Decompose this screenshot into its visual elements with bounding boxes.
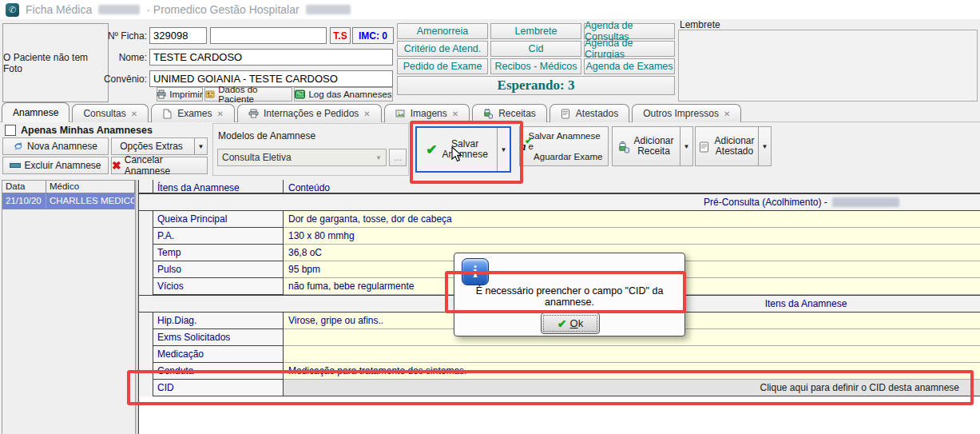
- nova-anamnese-button[interactable]: Nova Anamnese: [2, 137, 109, 155]
- chevron-down-icon[interactable]: ▼: [680, 127, 692, 165]
- modelos-label: Modelos de Anamnese: [218, 130, 315, 141]
- ficha-secondary-input[interactable]: [210, 27, 327, 44]
- excluir-anamnese-button[interactable]: Excluir Anamnese: [2, 157, 109, 174]
- check-icon: ✔: [557, 317, 567, 330]
- window-subtitle: · Promedico Gestão Hospitalar: [146, 3, 299, 16]
- close-icon[interactable]: ✕: [724, 109, 730, 118]
- lembrete-box[interactable]: [678, 30, 978, 102]
- patient-data-button[interactable]: Dados do Paciente: [204, 87, 292, 102]
- window-title: Ficha Médica: [26, 3, 92, 16]
- imc-button[interactable]: IMC: 0: [352, 27, 394, 44]
- anamnese-history-grid: Data Médico 21/10/20 CHARLLES MEDICO: [2, 180, 136, 434]
- quick-button-agenda-consultas[interactable]: Agenda de Consultas: [584, 23, 675, 39]
- flask-icon: [483, 109, 494, 119]
- close-icon[interactable]: ✕: [363, 109, 370, 118]
- column-header-data[interactable]: Data: [2, 181, 46, 193]
- indicator-column-header: [139, 180, 153, 193]
- info-icon: i: [462, 258, 489, 285]
- column-header-medico[interactable]: Médico: [46, 181, 135, 193]
- quick-button-agenda-exames[interactable]: Agenda de Exames: [584, 58, 675, 74]
- dialog-message: É necessário preencher o campo "CID" da …: [454, 285, 684, 308]
- printer-icon: [157, 90, 166, 100]
- lembrete-label: Lembrete: [680, 19, 720, 30]
- check-icon: ✔: [426, 141, 437, 158]
- a-check-icon: a✔: [520, 140, 526, 153]
- adicionar-receita-button[interactable]: AdicionarReceita ▼: [612, 126, 693, 166]
- tab-imagens[interactable]: Imagens✕: [384, 104, 470, 122]
- remove-icon: [10, 163, 21, 168]
- quick-button-recibos-medicos[interactable]: Recibos - Médicos: [490, 58, 581, 74]
- ficha-label: Nº Ficha:: [96, 30, 147, 42]
- quick-button-amenorreia[interactable]: Amenorreia: [397, 23, 488, 39]
- quick-button-agenda-cirurgias[interactable]: Agenda de Cirurgias: [584, 41, 675, 57]
- cid-define-link[interactable]: Clique aqui para definir o CID desta ana…: [284, 380, 980, 396]
- ts-button[interactable]: T.S: [330, 27, 351, 44]
- patient-card-icon: [205, 90, 215, 100]
- quick-button-lembrete[interactable]: Lembrete: [490, 23, 581, 39]
- apenas-minhas-checkbox[interactable]: [5, 125, 16, 136]
- document-icon: [699, 141, 709, 152]
- close-icon[interactable]: ✕: [131, 109, 137, 118]
- anamnese-row-cid[interactable]: CIDClique aqui para definir o CID desta …: [139, 380, 980, 396]
- column-header-itens: Ítens da Anamnese: [153, 180, 284, 193]
- tab-consultas[interactable]: Consultas✕: [72, 104, 149, 122]
- apenas-minhas-label: Apenas Minhas Anamneses: [21, 125, 153, 136]
- nome-label: Nome:: [96, 52, 147, 63]
- redacted-professional: [832, 197, 899, 207]
- section-row-pre-consulta: Pré-Consulta (Acolhimento) -: [139, 193, 980, 211]
- tab-exames[interactable]: Exames✕: [151, 104, 235, 122]
- history-row-selected[interactable]: 21/10/20 CHARLLES MEDICO: [2, 193, 135, 209]
- filter-checkbox-row: Apenas Minhas Anamneses: [5, 125, 153, 136]
- chevron-down-icon: ▼: [375, 154, 382, 161]
- patient-photo-placeholder: O Paciente não tem Foto: [2, 23, 109, 102]
- close-icon[interactable]: ✕: [217, 109, 224, 118]
- log-icon: ACTLOG: [295, 90, 305, 100]
- tab-atestados[interactable]: Atestados: [550, 104, 629, 122]
- modelos-select[interactable]: Consulta Eletiva ▼: [217, 149, 387, 166]
- anamnese-row-conduta[interactable]: CondutaMedicação para tratamento dos sin…: [139, 363, 980, 380]
- cid-warning-dialog: i É necessário preencher o campo "CID" d…: [454, 253, 685, 336]
- redacted-name: [98, 5, 140, 14]
- cancelar-anamnese-button[interactable]: ✖ Cancelar Anamnese: [111, 157, 208, 174]
- anamnese-log-button[interactable]: ACTLOG Log das Anamneses: [294, 87, 393, 102]
- mouse-cursor: [450, 146, 466, 162]
- anamnese-row-queixa[interactable]: Queixa PrincipalDor de garganta, tosse, …: [139, 211, 980, 228]
- anamnese-row-medicacao[interactable]: Medicação: [139, 346, 980, 363]
- tab-anamnese[interactable]: Anamnese: [2, 102, 69, 122]
- image-icon: [395, 109, 406, 119]
- print-button[interactable]: Imprimir: [157, 87, 203, 102]
- convenio-label: Convênio:: [86, 74, 147, 85]
- chevron-down-icon[interactable]: ▼: [758, 127, 771, 165]
- adicionar-atestado-button[interactable]: AdicionarAtestado ▼: [695, 126, 772, 166]
- redacted-suffix: [306, 5, 351, 14]
- flask-icon: [618, 141, 629, 152]
- svg-text:LOG: LOG: [296, 94, 304, 98]
- close-icon[interactable]: ✕: [452, 109, 458, 118]
- chevron-down-icon[interactable]: ▼: [497, 128, 510, 171]
- column-header-conteudo: Conteúdo: [284, 180, 980, 193]
- chevron-down-icon[interactable]: ▼: [194, 138, 207, 154]
- opcoes-extras-button[interactable]: Opções Extras ▼: [111, 137, 208, 155]
- anamnese-row-pa[interactable]: P.A.130 x 80 mmhg: [139, 228, 980, 245]
- document-icon: [561, 109, 571, 119]
- quick-button-cid[interactable]: Cid: [490, 41, 581, 57]
- quick-button-criterio-atend[interactable]: Critério de Atend.: [397, 41, 488, 57]
- modelos-more-button[interactable]: ...: [389, 149, 407, 166]
- title-bar: ✆ Ficha Médica · Promedico Gestão Hospit…: [0, 0, 980, 19]
- cancel-x-icon: ✖: [112, 159, 121, 172]
- ok-button[interactable]: ✔ Ok: [541, 313, 600, 334]
- app-icon: ✆: [6, 3, 19, 17]
- salvar-aguardar-exame-button[interactable]: a✔ Salvar Anamnese eAguardar Exame: [519, 126, 609, 166]
- quick-button-pedido-exame[interactable]: Pedido de Exame: [397, 58, 488, 74]
- tab-internacoes-pedidos[interactable]: Internações e Pedidos✕: [237, 104, 382, 122]
- tab-receitas[interactable]: Receitas: [472, 104, 547, 122]
- printer-icon: [248, 109, 259, 119]
- exam-page-icon: [162, 109, 173, 119]
- modelos-group: Modelos de Anamnese Consulta Eletiva ▼ .…: [212, 123, 409, 176]
- nome-input[interactable]: TESTE CARDOSO: [149, 49, 393, 66]
- tab-outros-impressos[interactable]: Outros Impressos✕: [632, 104, 741, 122]
- tab-bar: Anamnese Consultas✕ Exames✕ Internações …: [2, 103, 741, 122]
- ficha-input[interactable]: 329098: [149, 27, 207, 44]
- no-photo-label: O Paciente não tem Foto: [3, 52, 108, 74]
- esperando-counter: Esperando: 3: [397, 76, 675, 95]
